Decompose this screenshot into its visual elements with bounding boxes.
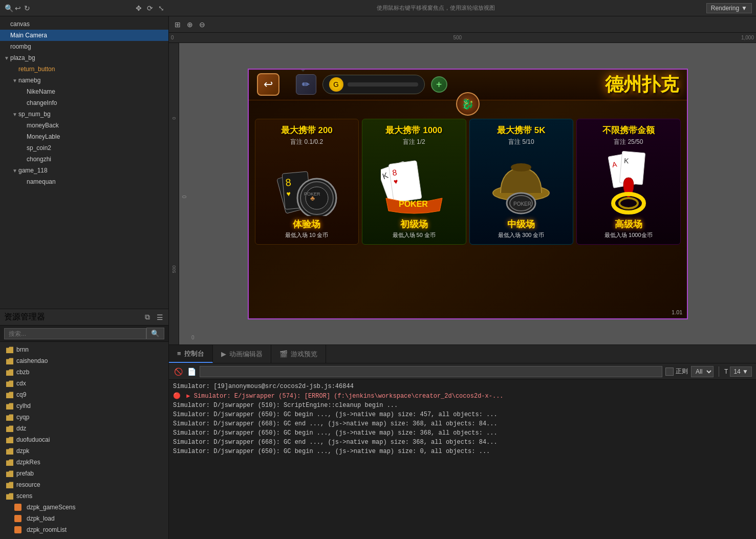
scene-body: 0 500 return_button [169,43,756,344]
room3-entry: 最低入场 300 金币 [498,231,544,239]
asset-item-prefab[interactable]: prefab [0,468,168,479]
move-icon[interactable]: ✥ [134,4,143,13]
tree-item-chongzhi[interactable]: chongzhi [0,154,168,165]
copy-icon[interactable]: ⧉ [143,313,152,322]
return-button[interactable] [257,73,279,96]
folder-icon [6,436,13,443]
asset-label: scens [16,492,32,500]
log-line-6: Simulator: D/jswrapper (668): GC end ...… [173,438,752,447]
search-bar: 🔍 [0,326,168,342]
tree-item-changeinfo[interactable]: changeInfo [0,97,168,109]
tree-item-game118[interactable]: ▼ game_118 [0,165,168,176]
tree-label: namebg [18,77,40,84]
tree-item-main-camera[interactable]: Main Camera [0,30,168,41]
rotate-icon[interactable]: ⟳ [145,4,155,13]
tree-item-namebg[interactable]: ▼ namebg [0,75,168,86]
regex-checkbox[interactable] [665,368,674,376]
asset-item-resource[interactable]: resource [0,479,168,490]
font-size-button[interactable]: 14 ▼ [730,366,752,377]
asset-label: dzpkRes [16,459,40,466]
tab-console[interactable]: ≡ 控制台 [169,345,213,363]
tree-item-return-button[interactable]: return_button [0,63,168,75]
tree-item-roombg[interactable]: roombg [0,41,168,52]
asset-item-ddz[interactable]: ddz [0,423,168,434]
tree-item-sp-coin2[interactable]: sp_coin2 [0,142,168,154]
tree-item-nikename[interactable]: NikeName [0,86,168,97]
tree-item-plaza-bg[interactable]: ▼ plaza_bg [0,52,168,63]
zoom-fit-icon[interactable]: ⊞ [173,20,182,29]
asset-item-dzpk-roomlist[interactable]: dzpk_roomList [0,524,168,535]
search-icon[interactable]: 🔍 [4,4,13,13]
folder-icon [6,391,13,398]
room3-title: 最大携带 5K [497,124,545,136]
tree-item-canvas[interactable]: canvas [0,18,168,30]
tree-item-moneyback[interactable]: moneyBack [0,120,168,131]
console-output[interactable]: Simulator: [19]anonymous@src/cocos2d-jsb… [169,380,756,539]
edit-button[interactable]: ✏ [296,74,316,95]
ruler-v-mark-500: 500 [171,265,177,273]
console-input[interactable] [200,366,662,377]
asset-item-duofuduocai[interactable]: duofuduocai [0,434,168,445]
redo-icon[interactable]: ↻ [23,4,32,13]
filter-select[interactable]: All [691,366,714,377]
tree-item-moneylable[interactable]: MoneyLable [0,131,168,142]
asset-item-dzpk[interactable]: dzpk [0,445,168,457]
log-line-4: Simulator: D/jswrapper (668): GC end ...… [173,419,752,428]
asset-label: dzpk_roomList [27,526,67,533]
svg-text:POKER: POKER [399,200,428,208]
log-line-2: Simulator: D/jswrapper (510): ScriptEngi… [173,401,752,410]
asset-item-cq9[interactable]: cq9 [0,389,168,400]
log-icon[interactable]: 📄 [186,366,197,377]
asset-item-dzpkres[interactable]: dzpkRes [0,457,168,468]
log-line-7: Simulator: D/jswrapper (650): GC begin .… [173,447,752,456]
asset-item-dzpk-load[interactable]: dzpk_load [0,513,168,524]
canvas-area[interactable]: return_button ✏ G + [179,43,756,344]
undo-icon[interactable]: ↩ [13,4,23,13]
tree-label: sp_num_bg [18,111,51,118]
divider [719,366,719,377]
bottom-panel: ≡ 控制台 ▶ 动画编辑器 🎬 游戏预览 🚫 📄 [169,344,756,539]
menu-icon[interactable]: ☰ [155,313,164,322]
room4-blind: 盲注 25/50 [614,138,643,146]
tree-item-sp-num-bg[interactable]: ▼ sp_num_bg [0,109,168,120]
animation-tab-icon: ▶ [221,350,226,358]
folder-icon [6,369,13,376]
tree-label: moneyBack [27,122,59,129]
asset-item-dzpk-gamescens[interactable]: dzpk_gameScens [0,502,168,513]
asset-label: ddz [16,425,26,432]
asset-item-scens[interactable]: scens [0,490,168,502]
room-card-3[interactable]: 最大携带 5K 盲注 5/10 [469,119,574,245]
room-card-2[interactable]: 最大携带 1000 盲注 1/2 K 8 ♥ [362,119,466,245]
asset-panel-title: 资源管理器 [4,312,45,322]
asset-label: brnn [16,346,29,353]
asset-item-cyqp[interactable]: cyqp [0,412,168,423]
rendering-dropdown[interactable]: Rendering ▼ [706,3,752,13]
zoom-in-icon[interactable]: ⊕ [185,20,195,29]
search-input[interactable] [4,328,146,339]
regex-label: 正则 [676,367,688,376]
search-button[interactable]: 🔍 [146,328,164,339]
tab-preview[interactable]: 🎬 游戏预览 [271,345,326,363]
folder-icon [6,481,13,488]
asset-item-brnn[interactable]: brnn [0,344,168,355]
tree-label: plaza_bg [10,54,35,61]
console-tab-icon: ≡ [177,350,181,357]
asset-item-cbzb[interactable]: cbzb [0,366,168,378]
hierarchy-panel: canvas Main Camera roombg ▼ plaza_bg ret… [0,16,168,309]
room-card-4[interactable]: 不限携带金额 盲注 25/50 A K [576,119,681,245]
tab-animation[interactable]: ▶ 动画编辑器 [213,345,271,363]
tree-label: game_118 [18,167,48,174]
expand-arrow[interactable]: ▶ [186,393,190,400]
clear-console-button[interactable]: 🚫 [173,366,183,377]
room-card-1[interactable]: 最大携带 200 盲注 0.1/0.2 8 ♥ [255,119,359,245]
coin-progress [348,82,418,87]
svg-point-6 [306,187,328,209]
zoom-out-icon[interactable]: ⊖ [198,20,207,29]
add-coin-button[interactable]: + [431,76,447,93]
asset-item-cdx[interactable]: cdx [0,378,168,389]
tree-item-namequan[interactable]: namequan [0,176,168,187]
asset-item-cylhd[interactable]: cylhd [0,400,168,412]
asset-item-caishendao[interactable]: caishendao [0,355,168,366]
animation-tab-label: 动画编辑器 [229,350,263,359]
scale-icon[interactable]: ⤡ [157,4,166,13]
